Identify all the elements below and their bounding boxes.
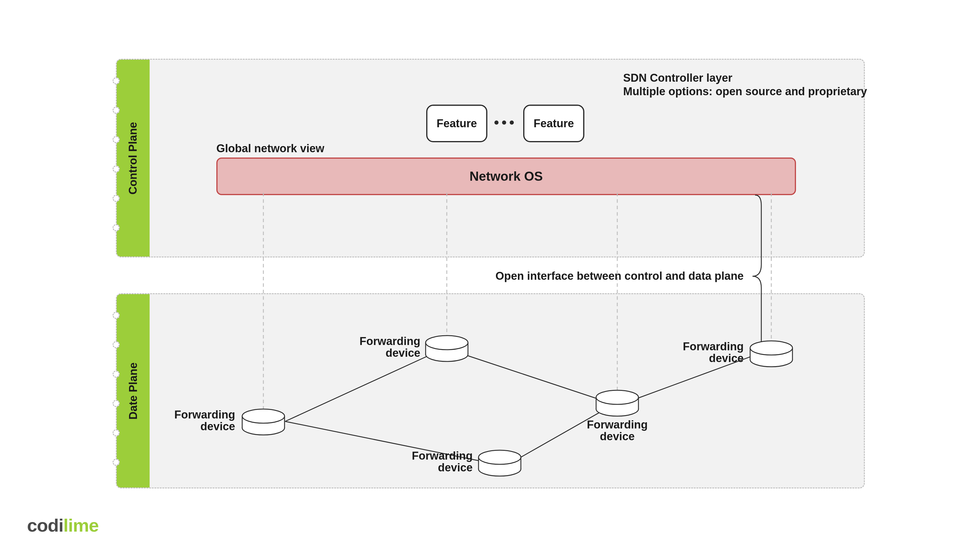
- svg-line-4: [285, 353, 435, 421]
- codilime-logo: codilime: [27, 515, 99, 536]
- svg-point-18: [426, 336, 468, 350]
- device-cylinder-3: [479, 450, 521, 476]
- svg-point-28: [596, 390, 638, 404]
- logo-part-2: lime: [63, 515, 99, 536]
- svg-point-23: [479, 450, 521, 464]
- device-4-label: Forwarding device: [582, 419, 652, 443]
- device-cylinder-4: [596, 390, 638, 416]
- device-cylinder-5: [750, 341, 792, 367]
- logo-part-1: codi: [27, 515, 63, 536]
- device-5-label: Forwarding device: [673, 341, 744, 364]
- device-cylinder-1: [242, 409, 285, 435]
- open-interface-label: Open interface between control and data …: [470, 270, 744, 283]
- diagram-canvas: Control Plane SDN Controller layer Multi…: [0, 0, 980, 551]
- svg-line-6: [458, 353, 606, 402]
- svg-point-33: [750, 341, 792, 355]
- svg-point-13: [242, 409, 285, 423]
- device-2-label: Forwarding device: [350, 336, 420, 359]
- device-1-label: Forwarding device: [165, 409, 235, 433]
- device-cylinder-2: [426, 336, 468, 362]
- device-3-label: Forwarding device: [402, 450, 473, 474]
